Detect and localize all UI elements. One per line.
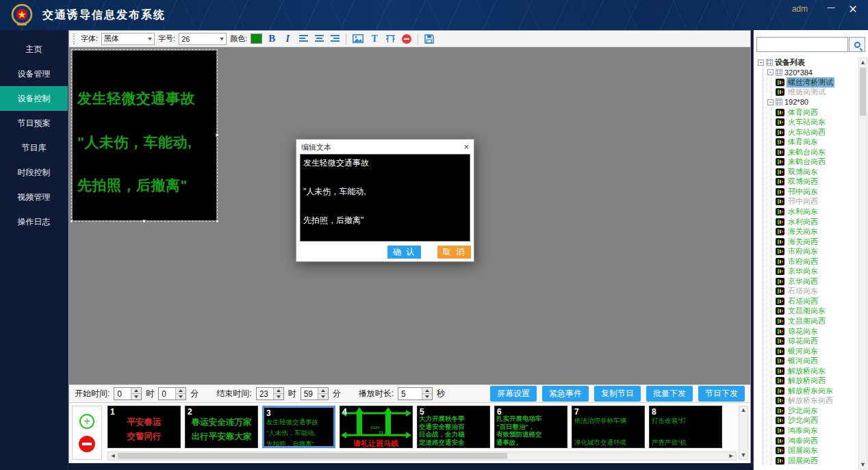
- device-item-解放桥东岗东[interactable]: 解放桥东岗东: [776, 386, 858, 396]
- scroll-left-icon[interactable]: ◄: [108, 452, 118, 460]
- device-item-解放桥岗西[interactable]: 解放桥岗西: [776, 376, 858, 387]
- playlist-item-3[interactable]: 3发生轻微交通事故"人未伤，车能动,先拍照，后撤离": [262, 406, 335, 448]
- add-program-button[interactable]: +: [79, 414, 94, 429]
- device-item-水利岗东[interactable]: 水利岗东: [776, 207, 858, 217]
- remove-program-button[interactable]: [79, 436, 95, 452]
- playlist-vertical-scrollbar[interactable]: ▲ ▼: [739, 406, 748, 460]
- prohibit-button[interactable]: [400, 32, 413, 46]
- sidebar-item-设备管理[interactable]: 设备管理: [0, 62, 68, 86]
- horizontal-scrollbar[interactable]: ◄ ►: [107, 452, 737, 460]
- stepper-arrows[interactable]: [131, 388, 141, 400]
- resize-handle-right[interactable]: [216, 133, 219, 137]
- device-item-市府岗西[interactable]: 市府岗西: [776, 257, 858, 267]
- duration-stepper[interactable]: 5: [398, 387, 433, 400]
- toolbar-grip[interactable]: [73, 34, 76, 44]
- sidebar-item-操作日志[interactable]: 操作日志: [0, 209, 68, 234]
- device-group-192*80[interactable]: -192*80: [763, 97, 858, 107]
- device-item-文昌阁岗西[interactable]: 文昌阁岗西: [776, 316, 858, 326]
- device-item-来鹤台岗东[interactable]: 来鹤台岗东: [776, 147, 858, 157]
- device-item-鸿泰岗东[interactable]: 鸿泰岗东: [776, 426, 858, 436]
- font-size-select[interactable]: 26: [179, 33, 227, 45]
- playlist-item-7[interactable]: 7依法治理非标车辆 净化城市交通环境: [572, 406, 645, 448]
- road-sign-button[interactable]: [384, 32, 397, 46]
- sidebar-item-节目库[interactable]: 节目库: [0, 135, 68, 160]
- insert-image-button[interactable]: [351, 32, 365, 46]
- dialog-close-icon[interactable]: ×: [463, 142, 469, 152]
- insert-text-button[interactable]: T: [368, 32, 381, 46]
- device-item-市府岗东[interactable]: 市府岗东: [776, 246, 858, 257]
- device-item-国展岗东[interactable]: 国展岗东: [776, 445, 858, 456]
- device-item-解放桥东岗西[interactable]: 解放桥东岗西: [776, 396, 858, 406]
- playlist-item-6[interactable]: 6扎实开展电动车"百日整治"，有效预防道路交通事故。: [494, 406, 567, 448]
- device-item-文昌阁岗东[interactable]: 文昌阁岗东: [776, 306, 858, 317]
- action-button-紧急事件[interactable]: 紧急事件: [542, 386, 589, 402]
- device-item-解放桥岗东[interactable]: 解放桥岗东: [776, 366, 858, 376]
- sidebar-item-时段控制[interactable]: 时段控制: [0, 160, 68, 185]
- tree-vertical-scrollbar[interactable]: ▲ ▼: [858, 57, 867, 469]
- tree-collapse-icon[interactable]: -: [767, 99, 774, 105]
- led-selection[interactable]: 发生轻微交通事故 "人未伤，车能动, 先拍照，后撤离": [71, 49, 218, 222]
- cancel-button[interactable]: 取 消: [437, 246, 471, 259]
- font-select[interactable]: 黑体: [101, 33, 155, 45]
- scrollbar-thumb[interactable]: [860, 68, 866, 116]
- device-item-火车站岗西[interactable]: 火车站岗西: [776, 127, 858, 138]
- device-group-320*384[interactable]: -320*384: [763, 68, 858, 78]
- device-item-京华岗东[interactable]: 京华岗东: [776, 266, 858, 276]
- action-button-屏幕设置[interactable]: 屏幕设置: [490, 386, 537, 402]
- end-hour-stepper[interactable]: 23: [256, 387, 284, 400]
- action-button-批量下发[interactable]: 批量下发: [646, 386, 693, 402]
- search-button[interactable]: [849, 37, 865, 52]
- device-tree-root[interactable]: -设备列表: [755, 57, 858, 68]
- device-item-鸿泰岗西[interactable]: 鸿泰岗西: [776, 436, 858, 446]
- align-right-button[interactable]: [329, 32, 341, 46]
- device-item-银河岗东[interactable]: 银河岗东: [776, 346, 858, 356]
- minimize-icon[interactable]: ─: [823, 1, 839, 13]
- stepper-arrows[interactable]: [273, 388, 283, 400]
- device-item-火车站岗东[interactable]: 火车站岗东: [776, 117, 858, 127]
- resize-handle-bottom-right[interactable]: [216, 220, 219, 223]
- sidebar-item-视频管理[interactable]: 视频管理: [0, 185, 68, 209]
- search-input[interactable]: [756, 37, 848, 52]
- device-item-双博岗东[interactable]: 双博岗东: [776, 167, 858, 177]
- confirm-button[interactable]: 确 认: [387, 246, 421, 259]
- italic-button[interactable]: I: [281, 32, 294, 46]
- align-left-button[interactable]: [297, 32, 309, 46]
- stepper-arrows[interactable]: [175, 388, 186, 400]
- device-item-银河岗西[interactable]: 银河岗西: [776, 356, 858, 366]
- color-swatch[interactable]: [251, 34, 262, 44]
- device-item-国展岗西[interactable]: 国展岗西: [776, 456, 858, 466]
- device-item-沙北岗西[interactable]: 沙北岗西: [776, 416, 858, 426]
- device-item-沙北岗东[interactable]: 沙北岗东: [776, 406, 858, 416]
- playlist-item-5[interactable]: 5大力开展秋冬季交通安全整治百日会战，全力稳定道路交通安全形势！: [417, 406, 490, 448]
- playlist-item-2[interactable]: 2春运安全连万家出行平安靠大家: [185, 406, 258, 448]
- device-item-琼花岗西[interactable]: 琼花岗西: [776, 336, 858, 346]
- bold-button[interactable]: B: [266, 32, 278, 46]
- device-item-来鹤台岗西[interactable]: 来鹤台岗西: [776, 157, 858, 167]
- start-hour-stepper[interactable]: 0: [114, 387, 142, 400]
- align-center-button[interactable]: [313, 32, 325, 46]
- device-item-石塔岗东[interactable]: 石塔岗东: [776, 287, 858, 297]
- tree-collapse-icon[interactable]: -: [767, 69, 774, 75]
- save-button[interactable]: [423, 32, 435, 46]
- scroll-up-icon[interactable]: ▲: [859, 59, 867, 66]
- device-item-海关岗西[interactable]: 海关岗西: [776, 237, 858, 247]
- device-item-邗中岗东[interactable]: 邗中岗东: [776, 187, 858, 197]
- tree-collapse-icon[interactable]: -: [758, 60, 764, 66]
- resize-handle-bottom[interactable]: [142, 220, 146, 223]
- device-item-体育岗东[interactable]: 体育岗东: [776, 137, 858, 147]
- user-menu[interactable]: adm: [792, 4, 808, 14]
- device-item-维扬岗测试[interactable]: 维扬岗测试: [776, 88, 858, 98]
- device-item-邗中岗西[interactable]: 邗中岗西: [776, 197, 858, 207]
- device-item-琼花岗东[interactable]: 琼花岗东: [776, 326, 858, 337]
- scrollbar-thumb[interactable]: [118, 453, 507, 459]
- scroll-up-icon[interactable]: ▲: [741, 407, 747, 413]
- scroll-down-icon[interactable]: ▼: [859, 461, 867, 468]
- playlist-item-1[interactable]: 1平安春运交警同行: [107, 406, 181, 448]
- sidebar-item-主页[interactable]: 主页: [0, 37, 68, 62]
- led-preview-panel[interactable]: 发生轻微交通事故 "人未伤，车能动, 先拍照，后撤离": [73, 51, 216, 220]
- sidebar-item-节目预案[interactable]: 节目预案: [0, 111, 68, 135]
- device-item-京华岗西[interactable]: 京华岗西: [776, 276, 858, 287]
- end-minute-stepper[interactable]: 59: [301, 387, 329, 400]
- device-item-海关岗东[interactable]: 海关岗东: [776, 226, 858, 237]
- action-button-节目下发[interactable]: 节目下发: [698, 386, 745, 402]
